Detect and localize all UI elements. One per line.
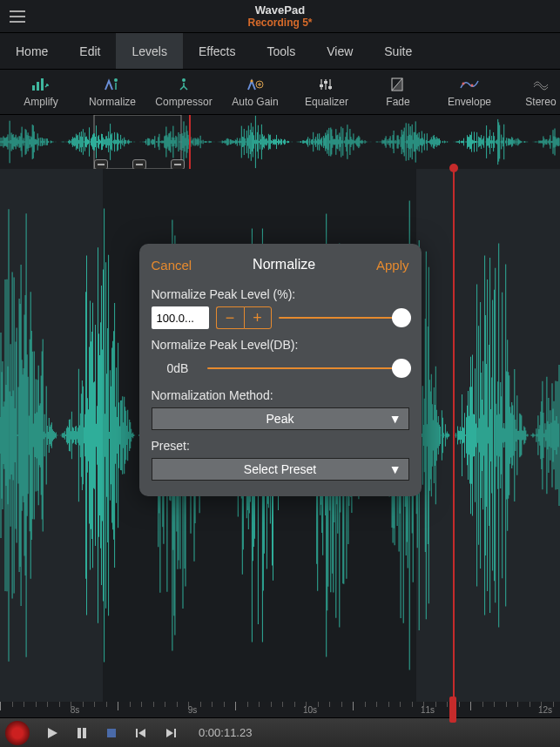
record-button[interactable] (5, 721, 30, 745)
svg-point-4 (182, 78, 186, 82)
chevron-down-icon: ▼ (389, 462, 401, 476)
peak-pct-slider[interactable] (279, 306, 409, 329)
tab-suite[interactable]: Suite (368, 33, 428, 69)
tool-envelope[interactable]: Envelope (434, 77, 505, 108)
transport-bar: 0:00:11.23 (0, 717, 560, 747)
chevron-down-icon: ▼ (389, 412, 401, 426)
stereo-icon (531, 77, 550, 92)
svg-point-5 (251, 79, 253, 82)
tool-label: Auto Gain (232, 96, 278, 108)
tool-compressor[interactable]: Compressor (148, 77, 219, 108)
apply-button[interactable]: Apply (376, 258, 409, 273)
menu-icon[interactable] (0, 0, 35, 33)
dialog-title: Normalize (253, 257, 315, 273)
main-tabs: Home Edit Levels Effects Tools View Suit… (0, 33, 560, 70)
compressor-icon (174, 77, 193, 92)
svg-rect-10 (320, 84, 323, 87)
tool-label: Equalizer (305, 96, 348, 108)
tool-label: Compressor (155, 96, 212, 108)
normalize-dialog: Cancel Normalize Apply Normalize Peak Le… (139, 244, 422, 496)
svg-rect-1306 (174, 729, 176, 737)
levels-toolbar: Amplify Normalize Compressor Auto Gain E… (0, 70, 560, 115)
svg-marker-1299 (48, 728, 57, 738)
peak-pct-stepper: − + (216, 306, 272, 329)
playhead-marker[interactable] (449, 697, 456, 723)
svg-point-14 (462, 82, 465, 84)
pause-button[interactable] (68, 722, 96, 744)
svg-point-15 (471, 84, 474, 86)
svg-rect-1301 (83, 728, 86, 738)
playhead[interactable] (453, 169, 455, 702)
peak-pct-label: Normalize Peak Level (%): (152, 287, 409, 301)
svg-marker-1305 (166, 729, 173, 737)
cancel-button[interactable]: Cancel (152, 258, 192, 273)
tool-label: Amplify (24, 96, 57, 108)
play-button[interactable] (38, 722, 66, 744)
svg-rect-8 (325, 79, 327, 90)
svg-rect-1302 (107, 729, 116, 737)
svg-marker-1304 (138, 729, 145, 737)
slider-thumb[interactable] (392, 308, 411, 327)
timeline-ruler[interactable]: 8s 9s 10s 11s 12s (0, 702, 560, 717)
tool-label: Stereo (525, 96, 556, 108)
svg-rect-0 (32, 85, 35, 91)
titlebar: WavePad Recording 5* (0, 0, 560, 33)
tab-effects[interactable]: Effects (183, 33, 252, 69)
document-name: Recording 5* (0, 17, 560, 29)
tab-view[interactable]: View (311, 33, 368, 69)
tool-amplify[interactable]: Amplify (5, 77, 77, 108)
slider-thumb[interactable] (392, 359, 411, 378)
tool-normalize[interactable]: Normalize (77, 77, 148, 108)
tool-label: Normalize (89, 96, 136, 108)
preset-value: Select Preset (244, 462, 316, 476)
tool-fade[interactable]: Fade (362, 77, 434, 108)
normalize-icon (103, 77, 122, 92)
svg-rect-1303 (136, 729, 138, 737)
ruler-label: 9s (188, 705, 198, 715)
svg-rect-2 (41, 78, 44, 91)
decrement-button[interactable]: − (216, 306, 244, 329)
fade-icon (388, 77, 408, 92)
tool-label: Envelope (448, 96, 491, 108)
tool-label: Fade (386, 96, 409, 108)
ruler-label: 8s (71, 705, 80, 715)
skip-back-button[interactable] (127, 722, 155, 744)
svg-rect-12 (328, 86, 332, 89)
envelope-icon (460, 77, 479, 92)
tab-levels[interactable]: Levels (116, 33, 182, 69)
method-value: Peak (267, 412, 294, 426)
equalizer-icon (317, 77, 336, 92)
amplify-icon (31, 77, 51, 92)
skip-forward-button[interactable] (157, 722, 185, 744)
app-title: WavePad (0, 3, 560, 17)
tool-autogain[interactable]: Auto Gain (219, 77, 291, 108)
peak-db-label: Normalize Peak Level(DB): (152, 338, 409, 352)
tab-tools[interactable]: Tools (252, 33, 312, 69)
increment-button[interactable]: + (244, 306, 272, 329)
peak-db-slider[interactable] (207, 357, 409, 380)
svg-rect-1300 (78, 728, 81, 738)
tool-equalizer[interactable]: Equalizer (291, 77, 362, 108)
svg-rect-1 (37, 82, 39, 91)
svg-rect-11 (324, 81, 327, 84)
preset-select[interactable]: Select Preset ▼ (152, 458, 409, 481)
timecode: 0:00:11.23 (199, 726, 252, 739)
method-label: Normalization Method: (152, 388, 409, 402)
tool-stereo[interactable]: Stereo (505, 77, 560, 108)
autogain-icon (246, 77, 265, 92)
preset-label: Preset: (152, 439, 409, 453)
method-select[interactable]: Peak ▼ (152, 407, 409, 430)
tab-edit[interactable]: Edit (64, 33, 116, 69)
peak-pct-input[interactable] (152, 306, 209, 329)
stop-button[interactable] (98, 722, 125, 744)
tab-home[interactable]: Home (0, 33, 64, 69)
svg-point-3 (114, 78, 118, 82)
playhead-knob[interactable] (449, 164, 458, 172)
overview-waveform[interactable] (0, 115, 560, 169)
peak-db-value: 0dB (167, 361, 199, 375)
